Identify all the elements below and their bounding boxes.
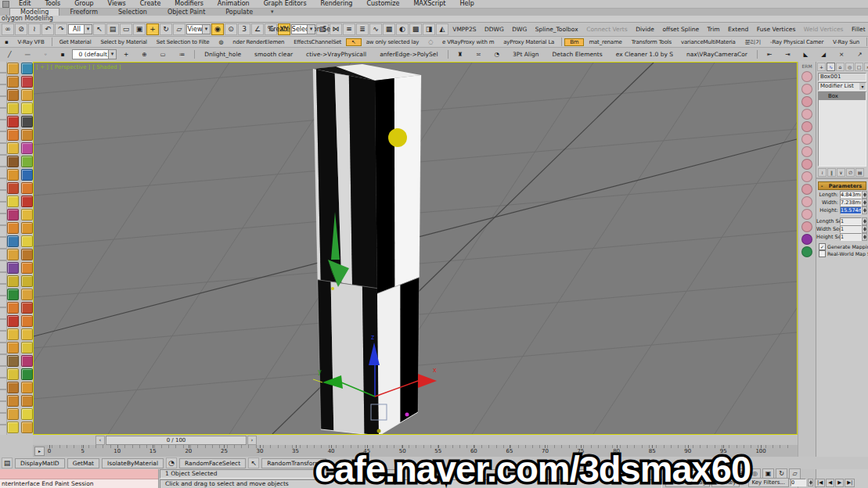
modifier-icon[interactable] [7, 342, 19, 353]
layer-properties-icon[interactable]: ≔ [173, 51, 192, 58]
align-icon[interactable]: ≡ [343, 23, 355, 35]
maxscript-icon[interactable]: ▤ [2, 458, 13, 468]
modifier-icon[interactable] [21, 142, 33, 154]
modifier-icon[interactable] [7, 182, 19, 194]
viewport-menu-plus[interactable]: [ + ] [36, 64, 49, 70]
rendered-frame-icon[interactable]: ◨ [423, 23, 435, 35]
viewport-canvas[interactable]: z y x [34, 63, 797, 434]
real-world-map-size-checkbox[interactable] [819, 250, 826, 257]
measure-icon[interactable]: ≍ [470, 51, 487, 58]
z-coordinate-field[interactable] [712, 470, 734, 478]
script-icon[interactable] [801, 84, 812, 95]
width-spinner[interactable] [862, 199, 867, 206]
exposure-icon[interactable]: ◔ [488, 51, 506, 58]
script-toolbar-button[interactable]: Transform Tools [627, 39, 676, 45]
menu-item[interactable]: Rendering [314, 0, 360, 8]
viewport-shading-label[interactable]: [ Shaded ] [92, 64, 121, 70]
modifier-icon[interactable] [7, 235, 19, 247]
width-segs-spinner[interactable] [862, 225, 867, 233]
modifier-icon[interactable] [7, 222, 19, 234]
menu-item[interactable]: Tools [38, 0, 68, 8]
select-layer-objects-icon[interactable]: ▭ [154, 51, 172, 58]
align-corner-left-icon[interactable]: ◣ [797, 51, 814, 58]
custom-script-button[interactable]: Weld Vertices [801, 26, 847, 33]
modifier-icon[interactable] [7, 408, 19, 420]
modifier-icon[interactable] [21, 355, 33, 367]
modifier-icon[interactable] [21, 116, 33, 127]
script-toolbar-button[interactable]: mat_rename [584, 39, 626, 45]
randomfaceselect-button[interactable]: RandomFaceSelect [179, 458, 246, 468]
layer-toolbar-button[interactable]: Detach Elements [546, 51, 609, 58]
y-coordinate-field[interactable] [689, 470, 711, 478]
mirror-icon[interactable]: ⋈ [330, 23, 342, 35]
modifier-icon[interactable] [21, 315, 33, 327]
modifier-icon[interactable] [21, 169, 33, 181]
modifier-icon[interactable] [7, 275, 19, 287]
layer-toolbar-button[interactable]: ex Cleaner 1.0 by S [610, 51, 679, 58]
width-field[interactable]: 7.238mm [840, 199, 862, 206]
listener-text[interactable]: nterInterface End Paint Session [0, 479, 158, 488]
modifier-icon[interactable] [7, 422, 19, 433]
custom-script-button[interactable]: VMPP2S [449, 26, 479, 33]
select-object-icon[interactable]: ↖ [93, 23, 106, 35]
script-icon[interactable] [801, 121, 812, 132]
display-tab-icon[interactable]: ▢ [855, 63, 863, 71]
current-frame-field[interactable]: 0 [791, 479, 806, 486]
show-end-result-icon[interactable]: ‖ [827, 168, 836, 177]
menu-item[interactable]: Create [133, 0, 168, 8]
layer-toolbar-button[interactable]: smooth clear [248, 51, 299, 58]
modifier-icon[interactable] [7, 382, 19, 393]
height-segs-field[interactable]: 1 [840, 233, 862, 241]
listener-pink-line[interactable] [0, 469, 158, 479]
modify-tab-icon[interactable]: ∿ [827, 63, 835, 71]
script-toolbar-button[interactable]: Get Material [55, 39, 96, 45]
generate-mapping-coords-checkbox[interactable] [819, 243, 826, 250]
gizmo-x-arrow[interactable] [418, 374, 437, 388]
modifier-icon[interactable] [7, 302, 19, 314]
width-segs-field[interactable]: 1 [840, 225, 862, 233]
modifier-icon[interactable] [21, 395, 33, 407]
modifier-icon[interactable] [21, 89, 33, 101]
custom-script-button[interactable]: DWG [509, 26, 530, 33]
modifier-icon[interactable] [7, 196, 19, 207]
align-left-icon[interactable]: ⇤ [761, 51, 778, 58]
modifier-list-dropdown[interactable]: Modifier List [818, 82, 866, 91]
modifier-icon[interactable] [21, 76, 33, 88]
point-tool-icon[interactable]: ◦ [38, 51, 53, 58]
play-button[interactable]: ▶ [835, 479, 844, 487]
script-icon[interactable] [801, 159, 812, 170]
script-toolbar-button[interactable]: -Ray Physical Camer [765, 39, 828, 45]
next-frame-arrow[interactable]: › [247, 436, 257, 445]
height-field[interactable]: 15.574mm [840, 206, 862, 214]
modifier-icon[interactable] [7, 395, 19, 407]
script-toolbar-button[interactable]: Select by Material [95, 39, 151, 45]
modifier-icon[interactable] [7, 63, 19, 74]
segment-tool-icon[interactable]: — [19, 51, 38, 58]
modifier-icon[interactable] [7, 89, 19, 101]
isolatebymaterial-button[interactable]: IsolateByMaterial [102, 458, 164, 468]
camera-tool-icon[interactable]: ♜ [452, 51, 470, 58]
align-right-icon[interactable]: ⇥ [779, 51, 796, 58]
polygon-modeling-panel-label[interactable]: olygon Modeling [2, 15, 53, 22]
script-icon[interactable] [801, 96, 812, 107]
menu-item[interactable]: Help [453, 0, 481, 8]
prev-frame-arrow[interactable]: ‹ [95, 436, 105, 445]
script-toolbar-button[interactable]: V-Ray Sun [828, 39, 864, 45]
ribbon-minimize-icon[interactable]: ▾ [271, 9, 274, 16]
menu-item[interactable]: MAXScript [406, 0, 452, 8]
modifier-icon[interactable] [7, 76, 19, 88]
create-tab-icon[interactable]: + [817, 63, 826, 71]
select-and-rotate-icon[interactable]: ↻ [160, 23, 172, 35]
script-icon[interactable] [801, 184, 812, 195]
script-toolbar-button[interactable]: ayProxy Material La [499, 39, 559, 45]
set-key-button[interactable]: Set Key [711, 478, 740, 487]
script-icon[interactable] [801, 221, 812, 232]
length-segs-field[interactable]: 1 [840, 217, 862, 225]
script-toolbar-button[interactable]: varianceMultiMateria [676, 39, 740, 45]
ribbon-tab[interactable]: Selection [108, 9, 157, 16]
script-toolbar-button[interactable]: EffectsChannelSet [289, 39, 346, 45]
menu-item[interactable]: Group [67, 0, 100, 8]
modifier-icon[interactable] [21, 328, 33, 340]
custom-script-button[interactable]: Fillet [848, 26, 868, 33]
vray-proxy-icon[interactable]: ◌ [423, 39, 438, 45]
